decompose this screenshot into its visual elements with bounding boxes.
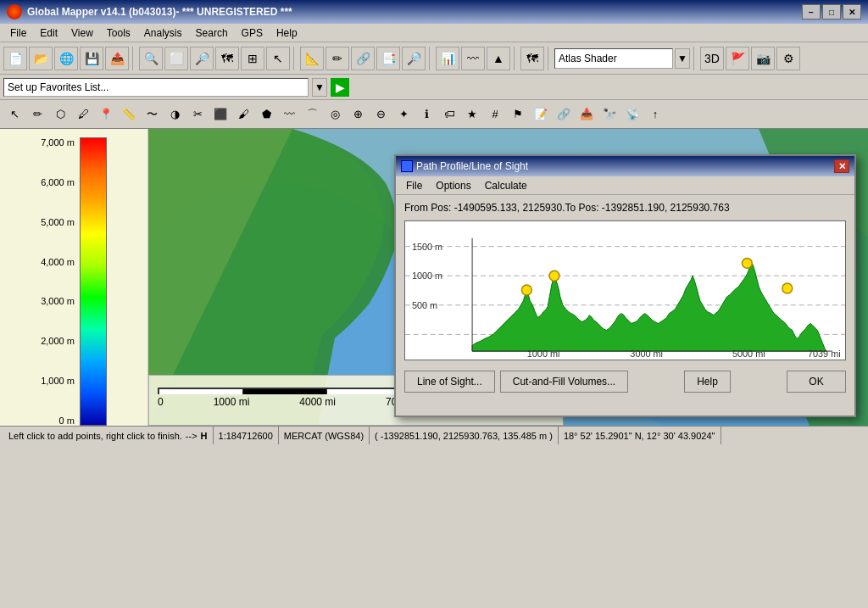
svg-text:500 m: 500 m <box>412 300 437 310</box>
zoom-extent-button[interactable]: ⊞ <box>241 47 264 70</box>
tool-import[interactable]: 📥 <box>576 103 598 126</box>
camera-button[interactable]: 📷 <box>751 47 775 70</box>
dialog-title-left: Path Profile/Line of Sight <box>401 160 528 172</box>
menu-file[interactable]: File <box>3 25 33 41</box>
dialog-menu-calculate[interactable]: Calculate <box>478 178 534 193</box>
line-of-sight-button[interactable]: Line of Sight... <box>404 371 495 393</box>
favorites-dropdown-arrow[interactable]: ▼ <box>312 78 327 97</box>
tool-bezier[interactable]: ⌒ <box>301 103 323 126</box>
tool-node[interactable]: ✦ <box>392 103 415 126</box>
tool-polygon[interactable]: ⬟ <box>255 103 277 126</box>
menu-view[interactable]: View <box>64 25 100 41</box>
tool-combine[interactable]: ⊕ <box>347 103 369 126</box>
settings-button[interactable]: ⚙ <box>776 47 800 70</box>
tool-flag[interactable]: ⚑ <box>507 103 529 126</box>
select-button[interactable]: ↖ <box>266 47 290 70</box>
zoom-box-button[interactable]: ⬜ <box>164 47 188 70</box>
dialog-buttons: Line of Sight... Cut-and-Fill Volumes...… <box>396 364 854 399</box>
chart-button[interactable]: 📊 <box>436 47 459 70</box>
menu-search[interactable]: Search <box>189 25 235 41</box>
flag-button[interactable]: 🚩 <box>726 47 749 70</box>
tool-note[interactable]: 📝 <box>530 103 552 126</box>
shader-dropdown[interactable]: Atlas Shader <box>554 48 673 69</box>
svg-text:3000 mi: 3000 mi <box>630 349 663 359</box>
svg-text:7039 mi: 7039 mi <box>808 349 841 359</box>
pan-button[interactable]: 🗺 <box>215 47 239 70</box>
tool-radar[interactable]: 📡 <box>621 103 643 126</box>
tool-edit[interactable]: 🖊 <box>72 103 94 126</box>
fav-play-button[interactable]: ▶ <box>331 78 349 97</box>
contour-button[interactable]: 〰 <box>461 47 485 70</box>
elevation-legend: 7,000 m 6,000 m 5,000 m 4,000 m 3,000 m … <box>41 137 107 426</box>
tool-fill[interactable]: 🖌 <box>232 103 254 126</box>
tool-select[interactable]: ↖ <box>3 103 25 126</box>
zoom-in-button[interactable]: 🔍 <box>139 47 163 70</box>
tools-toolbar: ↖ ✏ ⬡ 🖊 📍 📏 〜 ◑ ✂ ⬛ 🖌 ⬟ 〰 ⌒ ◎ ⊕ ⊖ ✦ ℹ 🏷 … <box>0 100 868 129</box>
map-area[interactable]: 0 1000 mi 4000 mi 7000 mi 10000 mi Path … <box>148 129 868 426</box>
svg-text:5000 mi: 5000 mi <box>732 349 765 359</box>
svg-text:1500 m: 1500 m <box>412 242 442 252</box>
favorites-dropdown[interactable]: Set up Favorites List... <box>3 78 309 97</box>
tool-grid[interactable]: # <box>484 103 506 126</box>
tool-buffer[interactable]: ◎ <box>324 103 346 126</box>
menu-help[interactable]: Help <box>270 25 304 41</box>
tool-crop[interactable]: ✂ <box>186 103 209 126</box>
h-label: H <box>201 431 208 441</box>
close-button[interactable]: ✕ <box>843 4 861 20</box>
scale-label-1000: 1000 mi <box>214 396 250 408</box>
tool-split[interactable]: ⊖ <box>370 103 392 126</box>
3d-view-button[interactable]: 3D <box>700 47 724 70</box>
save-button[interactable]: 💾 <box>80 47 103 70</box>
layer-button[interactable]: 📑 <box>376 47 400 70</box>
path-button[interactable]: 🔗 <box>351 47 375 70</box>
measure-button[interactable]: 📐 <box>300 47 324 70</box>
digitize-button[interactable]: ✏ <box>326 47 349 70</box>
menu-tools[interactable]: Tools <box>100 25 137 41</box>
tool-draw-area[interactable]: ⬡ <box>49 103 71 126</box>
legend-label-1000: 1,000 m <box>41 376 75 386</box>
tool-up-arrow[interactable]: ↑ <box>644 103 666 126</box>
title-bar-controls[interactable]: − □ ✕ <box>802 4 861 20</box>
tool-attribute[interactable]: ℹ <box>415 103 437 126</box>
status-dms: 18° 52' 15.2901" N, 12° 30' 43.9024" <box>559 427 721 444</box>
new-button[interactable]: 📄 <box>3 47 27 70</box>
cut-fill-button[interactable]: Cut-and-Fill Volumes... <box>500 371 628 393</box>
help-button[interactable]: Help <box>684 371 731 393</box>
tool-spline[interactable]: 〰 <box>278 103 300 126</box>
tool-erase[interactable]: ⬛ <box>209 103 231 126</box>
3d-button[interactable]: 🗺 <box>520 47 544 70</box>
open-button[interactable]: 📂 <box>29 47 53 70</box>
menu-edit[interactable]: Edit <box>33 25 64 41</box>
title-bar-left: Global Mapper v14.1 (b043013)- *** UNREG… <box>7 4 292 20</box>
export-button[interactable]: 📤 <box>105 47 129 70</box>
elevation-button[interactable]: ▲ <box>487 47 510 70</box>
tool-sector[interactable]: ◑ <box>164 103 186 126</box>
tool-label[interactable]: 🏷 <box>438 103 460 126</box>
dialog-menu-options[interactable]: Options <box>429 178 477 193</box>
legend-label-2000: 2,000 m <box>41 336 75 346</box>
minimize-button[interactable]: − <box>802 4 821 20</box>
app-logo-icon <box>7 4 22 20</box>
tool-path[interactable]: 〜 <box>141 103 163 126</box>
search-tool-button[interactable]: 🔎 <box>402 47 426 70</box>
web-button[interactable]: 🌐 <box>54 47 78 70</box>
tool-symbol[interactable]: ★ <box>461 103 483 126</box>
toolbar-separator-3 <box>429 47 432 70</box>
scale-label-0: 0 <box>158 396 164 408</box>
ok-button[interactable]: OK <box>787 371 846 393</box>
tool-view3d[interactable]: 🔭 <box>598 103 620 126</box>
zoom-out-button[interactable]: 🔎 <box>190 47 214 70</box>
tool-ruler[interactable]: 📏 <box>118 103 140 126</box>
svg-point-15 <box>521 285 531 295</box>
dialog-close-button[interactable]: ✕ <box>834 159 849 173</box>
tool-point[interactable]: 📍 <box>95 103 117 126</box>
tool-draw-line[interactable]: ✏ <box>26 103 48 126</box>
tool-link[interactable]: 🔗 <box>553 103 575 126</box>
legend-label-0: 0 m <box>41 416 75 426</box>
shader-dropdown-arrow[interactable]: ▼ <box>675 48 690 69</box>
restore-button[interactable]: □ <box>822 4 841 20</box>
dialog-menu-file[interactable]: File <box>399 178 429 193</box>
menu-gps[interactable]: GPS <box>235 25 270 41</box>
menu-analysis[interactable]: Analysis <box>137 25 189 41</box>
svg-text:1000 mi: 1000 mi <box>527 349 560 359</box>
